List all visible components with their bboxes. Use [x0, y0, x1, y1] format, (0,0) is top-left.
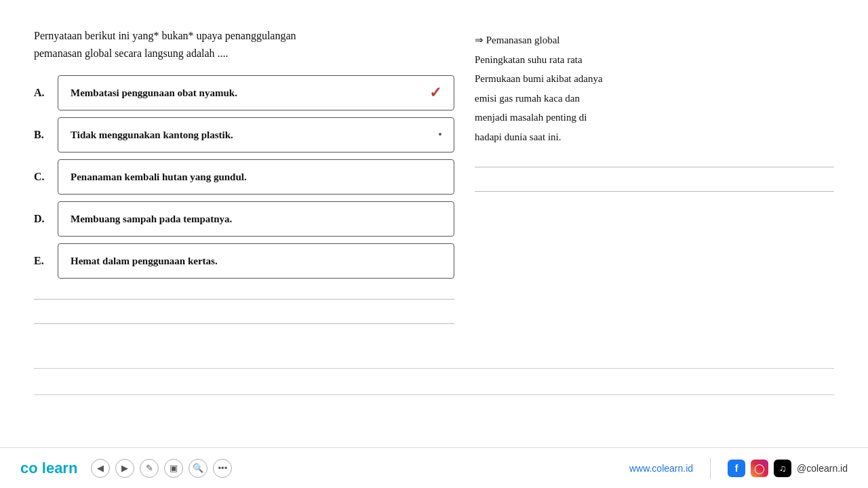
option-text-a: Membatasi penggunaan obat nyamuk. [71, 87, 237, 99]
option-label-d: D. [34, 213, 58, 225]
nav-icons: ◀ ▶ ✎ ▣ 🔍 ••• [91, 459, 232, 478]
note-line6: hadapi dunia saat ini. [475, 127, 834, 147]
answer-line-1 [34, 299, 454, 300]
answer-line-2 [34, 323, 454, 324]
nav-edit-button[interactable]: ✎ [140, 459, 159, 478]
colearn-logo: co learn [20, 460, 77, 477]
answer-lines-left [34, 299, 454, 324]
answer-line-right-2 [475, 191, 834, 192]
instagram-icon[interactable]: ◯ [751, 460, 768, 477]
right-panel: ⇒ Pemanasan global Peningkatan suhu rata… [475, 27, 834, 348]
page-line-1 [34, 368, 834, 369]
note-line3: Permukaan bumi akibat adanya [475, 69, 834, 89]
option-text-b: Tidak menggunakan kantong plastik. [71, 129, 233, 141]
social-handle: @colearn.id [797, 463, 848, 474]
note-line4: emisi gas rumah kaca dan [475, 89, 834, 108]
nav-more-button[interactable]: ••• [213, 459, 232, 478]
question-text: Pernyataan berikut ini yang* bukan* upay… [34, 27, 454, 62]
option-label-c: C. [34, 171, 58, 183]
answer-line-right-1 [475, 167, 834, 167]
social-icons: f ◯ ♫ @colearn.id [728, 460, 848, 477]
tiktok-icon[interactable]: ♫ [774, 460, 791, 477]
note-line5: menjadi masalah penting di [475, 108, 834, 127]
option-box-a[interactable]: Membatasi penggunaan obat nyamuk. ✓ [58, 75, 454, 110]
option-row-a[interactable]: A. Membatasi penggunaan obat nyamuk. ✓ [34, 75, 454, 110]
options-list: A. Membatasi penggunaan obat nyamuk. ✓ B… [34, 75, 454, 279]
option-label-b: B. [34, 129, 58, 141]
facebook-icon[interactable]: f [728, 460, 745, 477]
page-line-2 [34, 394, 834, 395]
footer-divider [710, 458, 711, 479]
footer: co learn ◀ ▶ ✎ ▣ 🔍 ••• www.colearn.id f … [0, 447, 868, 488]
nav-copy-button[interactable]: ▣ [164, 459, 183, 478]
option-text-c: Penanaman kembali hutan yang gundul. [71, 171, 247, 183]
question-line2: pemanasan global secara langsung adalah … [34, 47, 229, 59]
option-box-d[interactable]: Membuang sampah pada tempatnya. [58, 201, 454, 237]
dot-b [439, 133, 441, 136]
footer-right: www.colearn.id f ◯ ♫ @colearn.id [629, 458, 848, 479]
option-row-c[interactable]: C. Penanaman kembali hutan yang gundul. [34, 159, 454, 195]
note-line1: ⇒ Pemanasan global [475, 30, 834, 50]
nav-prev-button[interactable]: ◀ [91, 459, 110, 478]
handwritten-note: ⇒ Pemanasan global Peningkatan suhu rata… [475, 30, 834, 146]
option-row-e[interactable]: E. Hemat dalam penggunaan kertas. [34, 243, 454, 279]
logo-text: co learn [20, 460, 77, 476]
option-text-d: Membuang sampah pada tempatnya. [71, 214, 232, 225]
question-line1: Pernyataan berikut ini yang* bukan* upay… [34, 30, 296, 41]
option-text-e: Hemat dalam penggunaan kertas. [71, 256, 218, 267]
option-row-d[interactable]: D. Membuang sampah pada tempatnya. [34, 201, 454, 237]
checkmark-a: ✓ [429, 84, 441, 102]
option-box-b[interactable]: Tidak menggunakan kantong plastik. [58, 117, 454, 152]
option-box-e[interactable]: Hemat dalam penggunaan kertas. [58, 243, 454, 279]
note-line2: Peningkatan suhu rata rata [475, 50, 834, 70]
option-row-b[interactable]: B. Tidak menggunakan kantong plastik. [34, 117, 454, 152]
option-label-a: A. [34, 87, 58, 99]
answer-lines-right [475, 167, 834, 192]
left-panel: Pernyataan berikut ini yang* bukan* upay… [34, 27, 454, 348]
footer-left: co learn ◀ ▶ ✎ ▣ 🔍 ••• [20, 459, 232, 478]
page-lines [0, 368, 868, 395]
nav-next-button[interactable]: ▶ [115, 459, 134, 478]
website-link: www.colearn.id [629, 463, 693, 474]
nav-zoom-button[interactable]: 🔍 [189, 459, 208, 478]
option-label-e: E. [34, 255, 58, 267]
option-box-c[interactable]: Penanaman kembali hutan yang gundul. [58, 159, 454, 195]
